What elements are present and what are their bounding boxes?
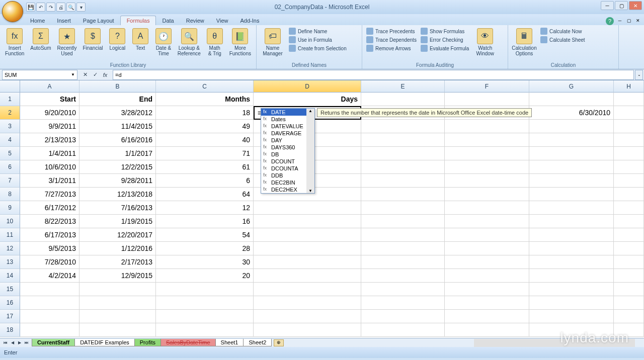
preview-icon[interactable]: 🔍 [66, 3, 75, 12]
cancel-formula-button[interactable]: ✕ [80, 70, 90, 79]
cell-H12[interactable] [614, 242, 644, 255]
cell-H5[interactable] [614, 147, 644, 160]
cell-D9[interactable] [254, 201, 361, 215]
cell-C7[interactable]: 6 [156, 174, 254, 188]
cell-H4[interactable] [614, 133, 644, 147]
cell-F13[interactable] [445, 255, 529, 269]
tab-review[interactable]: Review [180, 16, 210, 25]
formula-autocomplete[interactable]: fxDATEfxDatesfxDATEVALUEfxDAVERAGEfxDAYf… [261, 108, 315, 194]
cell-G15[interactable] [529, 283, 614, 296]
maximize-button[interactable]: ▢ [615, 1, 628, 10]
cell-H11[interactable] [614, 228, 644, 242]
formula-bar[interactable]: =d [113, 70, 634, 80]
cell-C5[interactable]: 71 [156, 147, 254, 160]
cell-C13[interactable]: 30 [156, 255, 254, 269]
cell-B16[interactable] [79, 296, 156, 310]
cell-E1[interactable] [361, 93, 445, 106]
row-header-12[interactable]: 12 [0, 242, 20, 255]
cell-G3[interactable] [529, 120, 614, 133]
cell-H13[interactable] [614, 255, 644, 269]
cell-A10[interactable]: 8/22/2013 [20, 215, 79, 228]
cell-E18[interactable] [361, 323, 445, 337]
tab-formulas[interactable]: Formulas [120, 16, 156, 25]
cell-B2[interactable]: 3/28/2012 [79, 106, 156, 120]
row-header-4[interactable]: 4 [0, 133, 20, 147]
prev-sheet-button[interactable]: ◀ [9, 339, 16, 346]
lookup-reference-button[interactable]: 🔍Lookup & Reference [176, 27, 202, 57]
next-sheet-button[interactable]: ▶ [16, 339, 23, 346]
sheet-tab[interactable]: DATEDIF Examples [74, 339, 135, 346]
cell-B15[interactable] [79, 283, 156, 296]
cell-D14[interactable] [254, 269, 361, 283]
evaluate-formula-button[interactable]: Evaluate Formula [420, 44, 470, 52]
cell-E9[interactable] [361, 201, 445, 215]
cell-F6[interactable] [445, 160, 529, 174]
undo-icon[interactable]: ↶ [36, 3, 45, 12]
cell-D18[interactable] [254, 323, 361, 337]
cell-A13[interactable]: 7/28/2010 [20, 255, 79, 269]
cell-H3[interactable] [614, 120, 644, 133]
cell-E12[interactable] [361, 242, 445, 255]
insert-function-button[interactable]: fxInsert Function [3, 27, 26, 57]
sheet-tab[interactable]: SalesByDateTime [160, 339, 216, 346]
row-header-3[interactable]: 3 [0, 120, 20, 133]
cell-C6[interactable]: 61 [156, 160, 254, 174]
cell-F4[interactable] [445, 133, 529, 147]
cell-B7[interactable]: 9/28/2011 [79, 174, 156, 188]
cell-D1[interactable]: Days [254, 93, 361, 106]
financial-button[interactable]: $Financial [80, 27, 105, 52]
col-header-D[interactable]: D [254, 80, 361, 93]
cell-E16[interactable] [361, 296, 445, 310]
cell-A4[interactable]: 2/13/2013 [20, 133, 79, 147]
cell-H16[interactable] [614, 296, 644, 310]
cell-G9[interactable] [529, 201, 614, 215]
cell-G17[interactable] [529, 310, 614, 323]
workbook-restore[interactable]: ▢ [625, 18, 633, 25]
cell-E13[interactable] [361, 255, 445, 269]
scrollbar[interactable]: ▲▼ [306, 109, 314, 193]
cell-C15[interactable] [156, 283, 254, 296]
last-sheet-button[interactable]: ⏭ [23, 339, 30, 346]
cell-D11[interactable] [254, 228, 361, 242]
cell-G4[interactable] [529, 133, 614, 147]
cell-C1[interactable]: Months [156, 93, 254, 106]
cell-G14[interactable] [529, 269, 614, 283]
cell-D16[interactable] [254, 296, 361, 310]
cell-F18[interactable] [445, 323, 529, 337]
cell-B5[interactable]: 1/1/2017 [79, 147, 156, 160]
cell-F12[interactable] [445, 242, 529, 255]
cell-C14[interactable]: 20 [156, 269, 254, 283]
cell-E17[interactable] [361, 310, 445, 323]
row-header-1[interactable]: 1 [0, 93, 20, 106]
calculate-sheet-button[interactable]: Calculate Sheet [539, 36, 586, 44]
col-header-E[interactable]: E [361, 80, 445, 93]
cell-E5[interactable] [361, 147, 445, 160]
cell-C12[interactable]: 28 [156, 242, 254, 255]
sheet-tab[interactable]: Sheet2 [243, 339, 272, 346]
sheet-tab[interactable]: CurrentStaff [32, 339, 75, 346]
cell-B13[interactable]: 2/17/2013 [79, 255, 156, 269]
col-header-A[interactable]: A [20, 80, 79, 93]
cell-G13[interactable] [529, 255, 614, 269]
cells-area[interactable]: StartEndMonthsDays9/20/20103/28/201218=d… [20, 93, 644, 338]
logical-button[interactable]: ?Logical [107, 27, 128, 52]
cell-G11[interactable] [529, 228, 614, 242]
cell-A9[interactable]: 6/17/2012 [20, 201, 79, 215]
more-functions-button[interactable]: 📗More Functions [227, 27, 253, 57]
sheet-tab[interactable]: Sheet1 [215, 339, 244, 346]
minimize-button[interactable]: ─ [601, 1, 614, 10]
cell-B9[interactable]: 7/16/2013 [79, 201, 156, 215]
cell-A1[interactable]: Start [20, 93, 79, 106]
cell-G7[interactable] [529, 174, 614, 188]
name-manager-button[interactable]: 🏷Name Manager [260, 27, 286, 57]
cell-B14[interactable]: 12/9/2015 [79, 269, 156, 283]
show-formulas-button[interactable]: Show Formulas [420, 27, 470, 35]
cell-F1[interactable] [445, 93, 529, 106]
cell-C17[interactable] [156, 310, 254, 323]
row-header-7[interactable]: 7 [0, 174, 20, 188]
cell-F11[interactable] [445, 228, 529, 242]
cell-A18[interactable] [20, 323, 79, 337]
tab-insert[interactable]: Insert [51, 16, 77, 25]
autosum-button[interactable]: ΣAutoSum [28, 27, 53, 52]
cell-A11[interactable]: 6/17/2013 [20, 228, 79, 242]
